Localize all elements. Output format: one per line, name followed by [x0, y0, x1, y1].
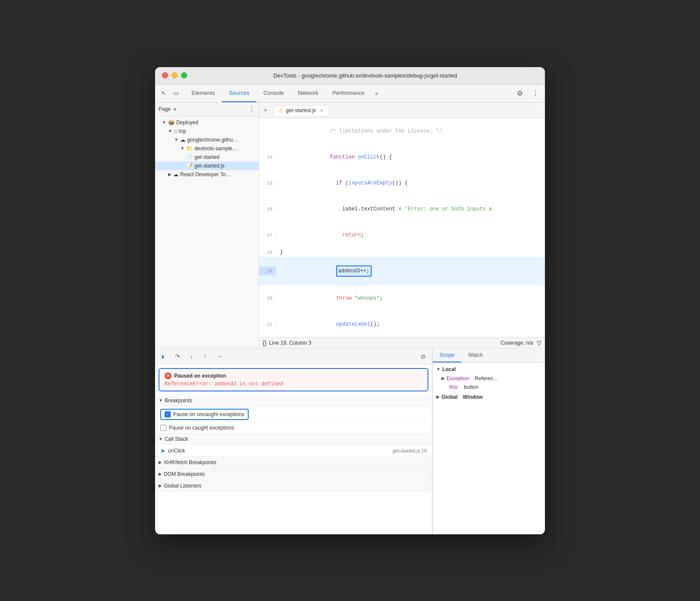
- tree-item-get-started[interactable]: 📄 get-started: [155, 153, 259, 162]
- pause-uncaught-box: Pause on uncaught exceptions: [160, 409, 249, 420]
- line-code-14: function onClick() {: [280, 144, 545, 170]
- editor-file-tab[interactable]: ⚠ get-started.js ×: [274, 105, 329, 115]
- tree-label-get-started-js: get-started.js: [194, 163, 224, 169]
- step-out-button[interactable]: ↑: [200, 351, 211, 362]
- maximize-button[interactable]: [181, 72, 187, 78]
- coverage-icon[interactable]: ▽: [537, 339, 541, 346]
- scope-panel: Scope Watch ▼ Local ▶: [432, 349, 545, 534]
- sidebar-dots-icon[interactable]: ⋮: [248, 105, 255, 113]
- tab-console[interactable]: Console: [256, 84, 291, 102]
- pause-caught-checkbox[interactable]: [160, 425, 166, 431]
- curly-braces-icon: {}: [262, 339, 266, 346]
- xhr-breakpoints-header[interactable]: ▶ XHR/fetch Breakpoints: [155, 457, 432, 469]
- device-icon[interactable]: ▭: [171, 88, 181, 98]
- dom-label: DOM Breakpoints: [164, 471, 205, 477]
- callstack-onclick-left: ➤ onClick: [160, 447, 185, 454]
- tree-label-top: top: [179, 128, 186, 134]
- domain-icon: ☁: [180, 137, 185, 143]
- line-code-21: updateLabel();: [280, 311, 545, 337]
- breakpoints-label: Breakpoints: [165, 397, 192, 404]
- file-sidebar: Page » ⋮ ▼ 📦 Deployed ▼ □: [155, 103, 259, 348]
- devtools-controls: ↖ ▭: [159, 88, 181, 98]
- code-line-20: 20 throw "whoops";: [259, 285, 545, 311]
- step-button[interactable]: →: [214, 351, 224, 362]
- scope-exception-item[interactable]: ▶ Exception Referen…: [433, 374, 545, 383]
- pause-caught-label: Pause on caught exceptions: [169, 425, 234, 431]
- code-line-16: 16 label.textContent = 'Error: one or bo…: [259, 196, 545, 222]
- debugger-panel: ⏵ ↷ ↓ ↑ → ⊘ ✕ Paused on exception Refere…: [155, 349, 432, 534]
- editor-panel: « ⚠ get-started.js ×: [259, 103, 545, 348]
- status-bar: {} Line 19, Column 3 Coverage: n/a ▽: [259, 337, 545, 348]
- callstack-onclick-file: get-started.js:19: [392, 448, 427, 453]
- tree-arrow-deployed: ▼: [162, 120, 166, 125]
- line-num-15: 15: [259, 179, 276, 187]
- scope-tab-scope[interactable]: Scope: [433, 349, 461, 362]
- scope-local-header[interactable]: ▼ Local: [433, 365, 545, 374]
- xhr-arrow: ▶: [159, 460, 162, 465]
- scope-global-label: Global: [441, 394, 457, 400]
- line-code-17: return;: [280, 222, 545, 248]
- page-label: Page: [159, 106, 171, 112]
- tab-sources[interactable]: Sources: [222, 84, 256, 102]
- scope-global-section: ▶ Global Window: [433, 392, 545, 402]
- tab-more[interactable]: »: [372, 90, 382, 97]
- file-tree: ▼ 📦 Deployed ▼ □ top ▼ ☁ googlechrome: [155, 116, 259, 348]
- tab-network[interactable]: Network: [291, 84, 326, 102]
- sidebar-more-icon[interactable]: »: [173, 106, 176, 112]
- callstack-header[interactable]: ▼ Call Stack: [155, 433, 432, 445]
- scope-this-name: this:: [449, 384, 459, 390]
- tree-item-react[interactable]: ▶ ☁ React Developer To…: [155, 170, 259, 179]
- step-over-button[interactable]: ↷: [172, 351, 183, 362]
- tree-item-get-started-js[interactable]: 📝 get-started.js: [155, 162, 259, 170]
- tab-bar-right: ⚙ ⋮: [514, 87, 541, 99]
- scope-this-value: button: [464, 384, 478, 390]
- line-num-14: 14: [259, 153, 276, 162]
- tab-performance[interactable]: Performance: [325, 84, 371, 102]
- line-num-19: 19: [259, 267, 276, 275]
- scope-tab-watch[interactable]: Watch: [461, 349, 490, 362]
- settings-icon[interactable]: ⚙: [514, 87, 526, 99]
- pause-uncaught-checkbox[interactable]: [165, 411, 171, 417]
- tree-label-react: React Developer To…: [180, 171, 231, 178]
- line-code-20: throw "whoops";: [280, 285, 545, 311]
- breakpoints-header[interactable]: ▼ Breakpoints: [155, 395, 432, 407]
- status-position: Line 19, Column 3: [269, 340, 311, 346]
- package-icon: 📦: [168, 120, 175, 126]
- tree-item-deployed[interactable]: ▼ 📦 Deployed: [155, 118, 259, 127]
- tree-item-devtools-samples[interactable]: ▼ 📁 devtools-sample…: [155, 144, 259, 153]
- more-options-icon[interactable]: ⋮: [529, 87, 541, 99]
- dom-breakpoints-header[interactable]: ▶ DOM Breakpoints: [155, 469, 432, 480]
- step-into-button[interactable]: ↓: [186, 351, 197, 362]
- sidebar-header: Page » ⋮: [155, 103, 259, 116]
- warning-icon: ⚠: [279, 107, 283, 113]
- tree-item-top[interactable]: ▼ □ top: [155, 127, 259, 136]
- callstack-arrow: ▼: [159, 436, 163, 441]
- resume-button[interactable]: ⏵: [159, 351, 169, 362]
- code-editor[interactable]: /* limitations under the License; */ 14 …: [259, 118, 545, 337]
- scope-global-header[interactable]: ▶ Global Window: [433, 392, 545, 402]
- traffic-lights: [162, 72, 187, 78]
- tree-item-googlechrome[interactable]: ▼ ☁ googlechrome.githu…: [155, 136, 259, 144]
- title-bar: DevTools - googlechrome.github.io/devtoo…: [155, 67, 545, 84]
- global-expand-icon: ▶: [436, 394, 440, 399]
- code-line-21: 21 updateLabel();: [259, 311, 545, 337]
- scope-local-section: ▼ Local ▶ Exception Referen…: [433, 365, 545, 391]
- code-line-17: 17 return;: [259, 222, 545, 248]
- cursor-icon[interactable]: ↖: [159, 88, 169, 98]
- go-back-icon[interactable]: «: [261, 105, 270, 115]
- code-lines: /* limitations under the License; */ 14 …: [259, 118, 545, 337]
- code-line-header: /* limitations under the License; */: [259, 118, 545, 144]
- scope-exception-expandable: ▶ Exception Referen…: [441, 375, 498, 381]
- global-listeners-header[interactable]: ▶ Global Listeners: [155, 480, 432, 492]
- close-button[interactable]: [162, 72, 168, 78]
- code-line-18: 18 }: [259, 248, 545, 257]
- minimize-button[interactable]: [172, 72, 178, 78]
- tab-elements[interactable]: Elements: [185, 84, 222, 102]
- main-content: Page » ⋮ ▼ 📦 Deployed ▼ □: [155, 103, 545, 348]
- line-num-16: 16: [259, 205, 276, 213]
- deactivate-breakpoints-button[interactable]: ⊘: [418, 351, 428, 362]
- pause-caught-item: Pause on caught exceptions: [155, 423, 432, 433]
- scope-exception-value: Referen…: [475, 375, 499, 381]
- close-tab-button[interactable]: ×: [318, 107, 324, 113]
- callstack-onclick[interactable]: ➤ onClick get-started.js:19: [155, 445, 432, 457]
